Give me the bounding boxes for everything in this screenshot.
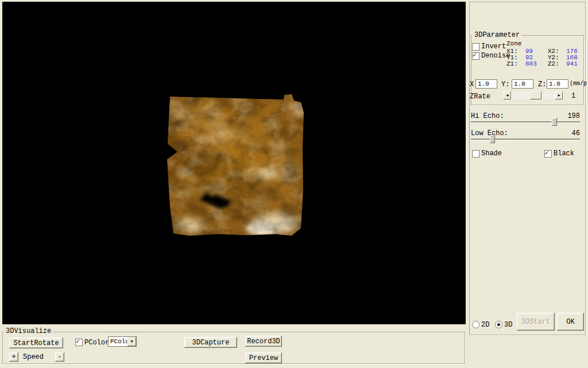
pcolor-checkbox[interactable]: ✓ [75,339,83,346]
hi-echo-slider-thumb[interactable] [552,118,557,126]
visualize-group-title: 3DVisualize [4,328,53,335]
scale-y-input[interactable] [512,79,533,89]
scroll-right-icon: ► [558,94,560,98]
volume-render-3d [2,2,466,324]
hi-echo-slider[interactable] [471,118,580,126]
render-viewport[interactable] [2,2,466,324]
shade-checkbox[interactable]: ✓ [472,150,479,158]
zrate-scroll-left-button[interactable]: ◄ [504,91,511,99]
checkmark-icon: ✓ [473,52,477,59]
zone-row: Z1:803Z2:941 [506,61,578,67]
speed-minus-button[interactable]: - [55,352,64,362]
pcolor-combobox[interactable]: PColor ▼ [108,336,137,347]
right-panel: 3DParameter ✓ Invert ✓ Denoise Zone X1:9… [466,0,588,368]
scroll-left-icon: ◄ [506,94,508,98]
checkmark-icon: ✓ [76,339,80,345]
mode-2d-label: 2D [481,321,489,329]
denoise-checkbox[interactable]: ✓ [472,52,479,60]
scale-x-input[interactable] [475,79,497,89]
mode-2d-radio[interactable] [472,321,479,328]
zone-z1-value: 803 [525,61,548,67]
zrate-scrollbar[interactable]: ◄ ► [504,91,563,99]
speed-label: Speed [23,354,44,361]
low-echo-slider-thumb[interactable] [490,135,495,143]
zone-z1-label: Z1: [506,61,525,67]
parameter-group-title: 3DParameter [473,32,521,39]
app-window: 3DParameter ✓ Invert ✓ Denoise Zone X1:9… [0,0,588,368]
3dstart-button[interactable]: 3DStart [517,313,555,331]
pcolor-combobox-drop-button[interactable]: ▼ [127,337,136,346]
scale-z-label: Z: [538,81,546,89]
invert-label: Invert [481,43,506,51]
3dcapture-button[interactable]: 3DCapture [184,337,237,348]
scale-z-input[interactable] [547,79,568,89]
start-rotate-button[interactable]: StartRotate [9,338,63,348]
dropdown-arrow-icon: ▼ [130,339,133,344]
zrate-label: ZRate [470,93,490,101]
zrate-scroll-right-button[interactable]: ► [555,91,563,99]
denoise-label: Denoise [481,52,510,60]
ok-button[interactable]: OK [557,313,584,331]
zone-z2-label: Z2: [548,61,566,67]
hi-echo-slider-groove[interactable] [471,121,580,123]
black-label: Black [554,150,574,158]
zone-z2-value: 941 [566,60,578,67]
low-echo-slider[interactable] [471,135,580,143]
zrate-scrollbar-thumb[interactable] [530,91,541,99]
zrate-value: 1 [571,93,575,100]
record3d-button[interactable]: Record3D [245,336,282,347]
mode-3d-label: 3D [504,321,512,329]
preview-button[interactable]: Preview [245,352,282,363]
radio-dot-icon [497,323,500,326]
black-checkbox[interactable]: ✓ [544,150,552,158]
scale-unit-label: (mm/p) [570,80,588,87]
mode-3d-radio[interactable] [495,321,502,328]
bottom-panel: 3DVisualize StartRotate + Speed - ✓ PCol… [0,324,466,368]
pcolor-label: PColor [84,339,109,347]
low-echo-slider-groove[interactable] [471,139,580,140]
speed-plus-button[interactable]: + [9,352,18,362]
zone-label: Zone [506,41,521,47]
scale-y-label: Y: [501,81,509,89]
invert-checkbox[interactable]: ✓ [472,43,479,51]
checkmark-icon: ✓ [545,150,549,156]
shade-label: Shade [481,150,502,158]
